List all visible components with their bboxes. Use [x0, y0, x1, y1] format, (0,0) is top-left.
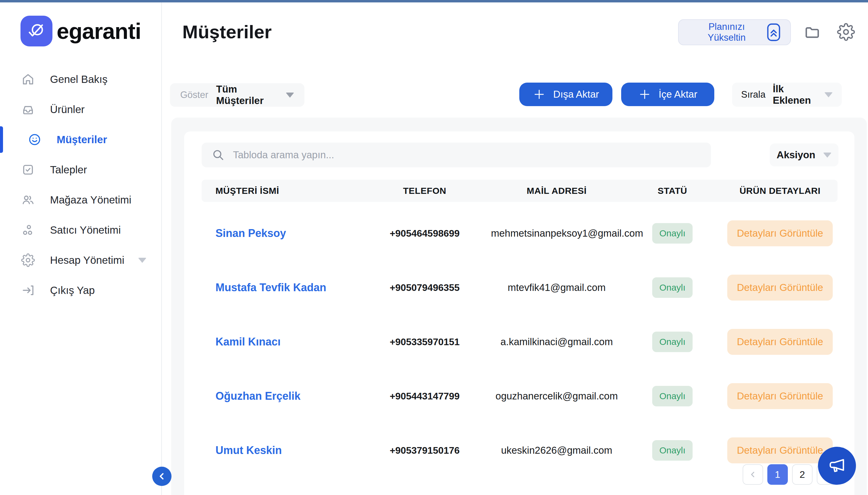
- customer-email: ukeskin2626@gmail.com: [491, 445, 622, 456]
- pagination-page-1[interactable]: 1: [767, 464, 788, 485]
- search-input[interactable]: [233, 142, 701, 167]
- smiley-icon: [28, 133, 41, 147]
- users-icon: [21, 193, 35, 207]
- page-title: Müşteriler: [183, 21, 272, 42]
- customers-card: Aksiyon MÜŞTERİ İSMİ TELEFON MAİL ADRESİ…: [171, 118, 867, 495]
- sidebar-item-talepler[interactable]: Talepler: [0, 155, 161, 185]
- action-dropdown[interactable]: Aksiyon: [770, 143, 838, 166]
- import-button-label: İçe Aktar: [659, 89, 697, 100]
- table-search: [202, 142, 711, 167]
- sidebar-item-genel-bakis[interactable]: Genel Bakış: [0, 64, 161, 95]
- sidebar-nav: Genel Bakış Ürünler Müşteriler: [0, 64, 161, 305]
- sidebar: egaranti Genel Bakış Ürünler: [0, 2, 162, 495]
- export-button-label: Dışa Aktar: [553, 89, 599, 100]
- sidebar-item-label: Talepler: [50, 164, 87, 176]
- plus-icon: [638, 88, 651, 101]
- upgrade-plan-button[interactable]: Planınızı Yükseltin: [678, 19, 791, 45]
- import-button[interactable]: İçe Aktar: [621, 83, 714, 106]
- status-badge: Onaylı: [652, 386, 693, 406]
- pagination-prev-button[interactable]: [743, 464, 763, 485]
- customer-name-link[interactable]: Mustafa Tevfik Kadan: [202, 281, 358, 294]
- checkbox-icon: [21, 163, 35, 177]
- table-row: Mustafa Tevfik Kadan +905079496355 mtevf…: [202, 260, 837, 315]
- brand-logo: egaranti: [20, 16, 161, 47]
- sidebar-item-label: Genel Bakış: [50, 73, 108, 85]
- table-row: Sinan Peksoy +905464598699 mehmetsinanpe…: [202, 206, 837, 260]
- customer-phone: +905079496355: [358, 282, 491, 293]
- sidebar-item-cikis-yap[interactable]: Çıkış Yap: [0, 275, 161, 305]
- plus-icon: [533, 88, 546, 101]
- logout-icon: [21, 284, 35, 297]
- view-details-button[interactable]: Detayları Görüntüle: [727, 329, 833, 355]
- customer-email: mtevfik41@gmail.com: [491, 282, 622, 293]
- customer-phone: +905464598699: [358, 228, 491, 239]
- customer-name-link[interactable]: Sinan Peksoy: [202, 227, 358, 240]
- status-badge: Onaylı: [652, 277, 693, 298]
- customer-phone: +905443147799: [358, 391, 491, 402]
- chevron-down-icon: [138, 258, 146, 263]
- sort-value: İlk Eklenen: [773, 83, 817, 106]
- sidebar-item-hesap-yonetimi[interactable]: Hesap Yönetimi: [0, 245, 161, 275]
- status-badge: Onaylı: [652, 331, 693, 352]
- pagination-page-2[interactable]: 2: [792, 464, 813, 485]
- export-button[interactable]: Dışa Aktar: [519, 83, 612, 106]
- chevron-left-icon: [157, 471, 167, 481]
- settings-gear-icon[interactable]: [837, 23, 855, 41]
- status-badge: Onaylı: [652, 440, 693, 461]
- customers-table-panel: Aksiyon MÜŞTERİ İSMİ TELEFON MAİL ADRESİ…: [184, 132, 854, 495]
- view-details-button[interactable]: Detayları Görüntüle: [727, 275, 833, 301]
- customer-name-link[interactable]: Umut Keskin: [202, 444, 358, 457]
- folder-icon[interactable]: [804, 24, 821, 41]
- table-body: Sinan Peksoy +905464598699 mehmetsinanpe…: [202, 206, 837, 478]
- upgrade-plan-label: Planınızı Yükseltin: [689, 21, 764, 43]
- customer-email: oguzhanercelik@gmail.com: [491, 390, 622, 402]
- table-row: Umut Keskin +905379150176 ukeskin2626@gm…: [202, 423, 837, 478]
- network-icon: [21, 223, 35, 237]
- sort-dropdown[interactable]: Sırala İlk Eklenen: [732, 83, 842, 107]
- view-details-button[interactable]: Detayları Görüntüle: [727, 383, 833, 409]
- sidebar-collapse-button[interactable]: [152, 467, 172, 486]
- sidebar-item-label: Çıkış Yap: [50, 284, 95, 296]
- column-header-phone: TELEFON: [358, 186, 491, 196]
- sidebar-item-label: Müşteriler: [57, 134, 107, 146]
- sidebar-item-urunler[interactable]: Ürünler: [0, 95, 161, 124]
- home-icon: [21, 72, 35, 86]
- brand-name: egaranti: [57, 18, 141, 44]
- action-dropdown-label: Aksiyon: [777, 149, 815, 161]
- column-header-email: MAİL ADRESİ: [491, 186, 622, 196]
- customer-name-link[interactable]: Kamil Kınacı: [202, 336, 358, 348]
- top-accent-strip: [0, 0, 868, 2]
- sidebar-item-label: Hesap Yönetimi: [50, 254, 124, 266]
- table-row: Kamil Kınacı +905335970151 a.kamilkinaci…: [202, 315, 837, 369]
- customer-name-link[interactable]: Oğuzhan Erçelik: [202, 390, 358, 403]
- column-header-status: STATÜ: [622, 186, 723, 196]
- customer-email: a.kamilkinaci@gmail.com: [491, 336, 622, 347]
- chevron-down-icon: [286, 92, 294, 98]
- chevron-down-icon: [824, 92, 833, 97]
- view-details-button[interactable]: Detayları Görüntüle: [727, 438, 833, 463]
- inbox-icon: [21, 102, 35, 116]
- sort-label: Sırala: [741, 89, 765, 100]
- customer-email: mehmetsinanpeksoy1@gmail.com: [491, 227, 622, 239]
- chevron-down-icon: [823, 153, 832, 158]
- show-filter-dropdown[interactable]: Göster Tüm Müşteriler: [170, 83, 305, 107]
- announcements-fab[interactable]: [818, 447, 856, 485]
- table-header-row: MÜŞTERİ İSMİ TELEFON MAİL ADRESİ STATÜ Ü…: [202, 180, 837, 202]
- search-icon: [211, 148, 225, 162]
- show-filter-value: Tüm Müşteriler: [216, 84, 278, 106]
- sidebar-item-musteriler[interactable]: Müşteriler: [0, 124, 161, 155]
- gear-icon: [21, 253, 35, 267]
- sidebar-item-magaza-yonetimi[interactable]: Mağaza Yönetimi: [0, 185, 161, 215]
- status-badge: Onaylı: [652, 223, 693, 243]
- double-chevron-up-icon: [764, 22, 783, 43]
- sidebar-item-satici-yonetimi[interactable]: Satıcı Yönetimi: [0, 215, 161, 245]
- customer-phone: +905379150176: [358, 445, 491, 456]
- sidebar-item-label: Mağaza Yönetimi: [50, 194, 132, 206]
- column-header-details: ÜRÜN DETAYLARI: [723, 186, 837, 196]
- egaranti-check-icon: [20, 16, 52, 47]
- view-details-button[interactable]: Detayları Görüntüle: [727, 220, 833, 246]
- sidebar-item-label: Ürünler: [50, 103, 85, 116]
- megaphone-icon: [827, 456, 847, 475]
- show-filter-label: Göster: [180, 89, 208, 100]
- column-header-name: MÜŞTERİ İSMİ: [202, 186, 358, 196]
